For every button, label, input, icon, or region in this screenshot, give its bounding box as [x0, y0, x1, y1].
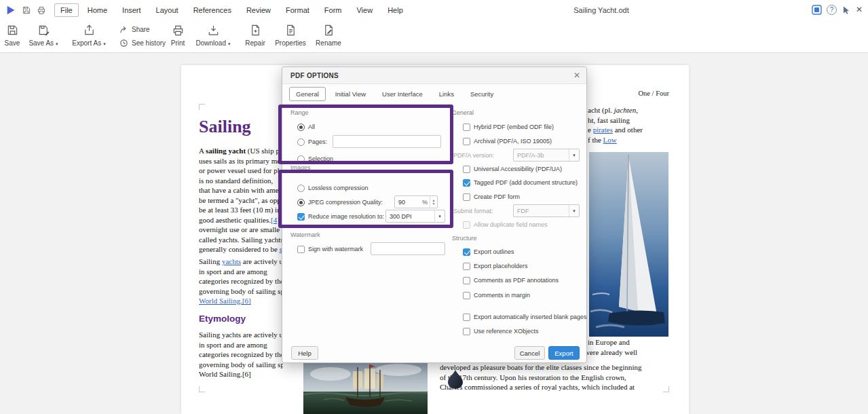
checkbox-create-pdf-form[interactable]: [463, 193, 470, 201]
comment-marker-icon[interactable]: [448, 370, 463, 392]
menu-file[interactable]: File: [54, 3, 79, 17]
download-dropdown-caret[interactable]: ▾: [228, 41, 231, 46]
checkbox-export-outlines[interactable]: [463, 248, 470, 256]
pdf-options-dialog: PDF OPTIONS ✕ General Initial View User …: [282, 67, 587, 363]
radio-row-selection[interactable]: Selection: [297, 154, 333, 164]
panel-icon[interactable]: [812, 5, 822, 15]
doc-text-line: of the 17th century. Upon his restoratio…: [440, 373, 671, 383]
share-group: Share See history: [119, 24, 166, 48]
radio-pages[interactable]: [297, 138, 305, 146]
quick-print-icon[interactable]: [37, 5, 46, 15]
radio-row-jpeg[interactable]: JPEG compression Quality:: [297, 197, 383, 207]
print-label: Print: [171, 39, 185, 47]
checkbox-sign-watermark[interactable]: [297, 246, 305, 253]
radio-jpeg[interactable]: [297, 199, 305, 206]
rename-button[interactable]: Rename: [312, 24, 345, 47]
radio-row-all[interactable]: All: [297, 122, 315, 132]
checkbox-hybrid-pdf[interactable]: [463, 124, 470, 131]
radio-lossless[interactable]: [297, 185, 305, 192]
properties-button[interactable]: Properties: [273, 24, 308, 47]
radio-selection[interactable]: [297, 155, 305, 163]
tab-security[interactable]: Security: [464, 87, 500, 101]
cancel-button[interactable]: Cancel: [514, 346, 545, 360]
dialog-close-icon[interactable]: ✕: [573, 71, 580, 80]
checkbox-row-export-placeholders[interactable]: Export placeholders: [463, 261, 528, 271]
radio-all[interactable]: [297, 124, 305, 131]
export-outlines-label: Export outlines: [474, 248, 514, 255]
close-icon[interactable]: ✕: [856, 5, 863, 15]
checkbox-row-export-outlines[interactable]: Export outlines: [463, 247, 514, 257]
checkbox-row-create-pdf-form[interactable]: Create PDF form: [463, 192, 520, 202]
hyperlink[interactable]: World Sailing.[6]: [199, 297, 251, 305]
pages-input[interactable]: [333, 135, 441, 148]
see-history-button[interactable]: See history: [119, 38, 166, 48]
comments-margin-label: Comments in margin: [474, 292, 530, 299]
menu-review[interactable]: Review: [240, 3, 277, 17]
share-icon: [119, 24, 128, 34]
checkbox-comments-margin[interactable]: [463, 292, 470, 299]
quality-decrement-icon[interactable]: ▼: [432, 202, 436, 206]
checkbox-universal-accessibility[interactable]: [463, 166, 470, 173]
checkbox-row-archival[interactable]: Archival (PDF/A, ISO 19005): [463, 136, 552, 146]
dialog-header[interactable]: PDF OPTIONS ✕: [282, 67, 586, 84]
hybrid-pdf-label: Hybrid PDF (embed ODF file): [474, 124, 554, 130]
export-as-dropdown-caret[interactable]: ▾: [103, 41, 106, 46]
checkbox-row-hybrid[interactable]: Hybrid PDF (embed ODF file): [463, 122, 554, 132]
download-label: Download: [196, 39, 226, 47]
checkbox-archival[interactable]: [463, 138, 470, 145]
checkbox-tagged-pdf[interactable]: [463, 179, 470, 187]
tab-links[interactable]: Links: [432, 87, 461, 101]
menu-insert[interactable]: Insert: [116, 3, 147, 17]
checkbox-row-comments-annotations[interactable]: Comments as PDF annotations: [463, 276, 559, 285]
tab-initial-view[interactable]: Initial View: [328, 87, 373, 101]
checkbox-reduce-resolution[interactable]: [297, 213, 305, 221]
menu-layout[interactable]: Layout: [150, 3, 185, 17]
checkbox-export-placeholders[interactable]: [463, 263, 470, 270]
menu-format[interactable]: Format: [280, 3, 316, 17]
export-as-button[interactable]: Export As▾: [68, 24, 110, 47]
dpi-select[interactable]: 300 DPI ▾: [385, 210, 445, 223]
menu-form[interactable]: Form: [318, 3, 348, 17]
jpeg-quality-input[interactable]: 90 % ▲ ▼: [394, 195, 438, 208]
select-tool-icon[interactable]: [842, 5, 851, 15]
checkbox-comments-annotations[interactable]: [463, 277, 470, 284]
paragraph-3: Sailing yachts are actively u in sport a…: [199, 330, 283, 379]
checkbox-blank-pages[interactable]: [463, 314, 470, 321]
menu-view[interactable]: View: [350, 3, 379, 17]
app-logo-icon[interactable]: [5, 5, 16, 16]
menu-home[interactable]: Home: [81, 3, 113, 17]
download-button[interactable]: Download▾: [194, 24, 232, 47]
quick-save-icon[interactable]: [22, 5, 31, 15]
tab-general[interactable]: General: [289, 87, 326, 101]
hyperlink[interactable]: pirates: [593, 126, 613, 134]
hyperlink[interactable]: yachts: [222, 257, 241, 265]
tab-user-interface[interactable]: User Interface: [375, 87, 430, 101]
save-button[interactable]: Save: [1, 24, 23, 47]
checkbox-row-reduce-resolution[interactable]: Reduce image resolution to:: [297, 212, 384, 221]
menu-list: File Home Insert Layout References Revie…: [54, 3, 409, 17]
save-as-dropdown-caret[interactable]: ▾: [56, 41, 58, 46]
help-button[interactable]: Help: [291, 346, 318, 360]
checkbox-row-xobjects[interactable]: Use reference XObjects: [463, 326, 539, 336]
repair-button[interactable]: Repair: [242, 24, 269, 47]
print-button[interactable]: Print: [167, 24, 189, 47]
checkbox-row-blank-pages[interactable]: Export automatically inserted blank page…: [463, 312, 587, 322]
help-icon[interactable]: ?: [827, 5, 837, 15]
menu-help[interactable]: Help: [381, 3, 409, 17]
checkbox-row-universal-accessibility[interactable]: Universal Accessibility (PDF/UA): [463, 164, 562, 174]
hyperlink[interactable]: Low: [603, 136, 617, 144]
save-as-button[interactable]: Save As▾: [26, 24, 61, 47]
dpi-select-caret-icon[interactable]: ▾: [434, 210, 445, 222]
checkbox-row-comments-margin[interactable]: Comments in margin: [463, 290, 530, 300]
radio-row-pages[interactable]: Pages:: [297, 137, 327, 147]
history-icon: [119, 38, 128, 48]
watermark-input[interactable]: [371, 242, 445, 255]
radio-row-lossless[interactable]: Lossless compression: [297, 183, 369, 193]
checkbox-xobjects[interactable]: [463, 328, 470, 335]
export-button[interactable]: Export: [548, 346, 580, 360]
share-button[interactable]: Share: [119, 24, 166, 34]
checkbox-row-watermark[interactable]: Sign with watermark: [297, 244, 363, 254]
menu-references[interactable]: References: [187, 3, 238, 17]
citation-link[interactable]: [4]: [271, 216, 280, 224]
checkbox-row-tagged-pdf[interactable]: Tagged PDF (add document structure): [463, 178, 578, 187]
